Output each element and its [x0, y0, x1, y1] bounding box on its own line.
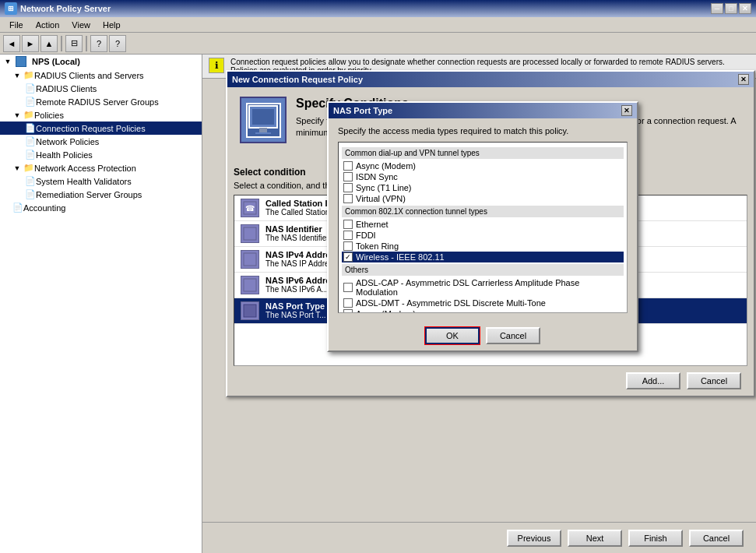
close-button[interactable]: ✕	[739, 3, 751, 14]
cb-async-modem2[interactable]: Async (Modem)	[342, 308, 624, 313]
cb-wireless-ieee-check[interactable]: ✓	[343, 252, 353, 262]
sidebar-item-network-policies[interactable]: 📄 Network Policies	[0, 135, 202, 148]
svg-rect-2	[259, 128, 267, 132]
folder-icon: 📁	[23, 110, 34, 120]
group1-label: Common dial-up and VPN tunnel types	[342, 147, 624, 159]
main-dialog-title: New Connection Request Policy	[232, 75, 363, 84]
maximize-button[interactable]: □	[725, 3, 737, 14]
cb-fddi-label: FDDI	[356, 231, 376, 240]
cb-token-ring[interactable]: Token Ring	[342, 241, 624, 252]
bottom-nav: Previous Next Finish Cancel	[202, 522, 756, 553]
content-area: ℹ Connection request policies allow you …	[202, 55, 756, 553]
folder-icon: 📄	[25, 176, 36, 186]
cb-fddi-check[interactable]	[343, 231, 353, 240]
info-icon: ℹ	[209, 58, 224, 73]
expand-icon: ▼	[12, 71, 22, 80]
cb-token-ring-check[interactable]	[343, 241, 353, 251]
main-dialog-close-button[interactable]: ✕	[738, 74, 749, 85]
sidebar-item-health-policies[interactable]: 📄 Health Policies	[0, 148, 202, 161]
cb-fddi[interactable]: FDDI	[342, 230, 624, 241]
cb-sync-t1[interactable]: Sync (T1 Line)	[342, 182, 624, 193]
condition-nas-ipv6-icon	[241, 276, 259, 294]
next-button[interactable]: Next	[568, 530, 622, 547]
main-dialog-footer: Add... Cancel	[227, 366, 754, 396]
nas-checkbox-list[interactable]: Common dial-up and VPN tunnel types Asyn…	[338, 142, 628, 313]
main-dialog-title-bar: New Connection Request Policy ✕	[227, 72, 754, 87]
svg-rect-8	[244, 279, 256, 291]
cb-adsl-cap[interactable]: ADSL-CAP - Asymmetric DSL Carrierless Am…	[342, 277, 624, 298]
cb-ethernet-check[interactable]	[343, 220, 353, 229]
expand-icon: ▼	[3, 57, 12, 66]
menu-view[interactable]: View	[65, 17, 97, 32]
cb-virtual-vpn-check[interactable]	[343, 194, 353, 203]
computer-icon	[16, 56, 26, 67]
menu-help[interactable]: Help	[97, 17, 127, 32]
toolbar-separator2	[86, 36, 87, 51]
minimize-button[interactable]: ─	[711, 3, 723, 14]
nas-port-type-dialog: NAS Port Type ✕ Specify the access media…	[327, 101, 638, 352]
cb-isdn-sync[interactable]: ISDN Sync	[342, 171, 624, 182]
cb-adsl-dmt[interactable]: ADSL-DMT - Asymmetric DSL Discrete Multi…	[342, 298, 624, 308]
cb-adsl-dmt-check[interactable]	[343, 298, 353, 308]
sidebar-item-remediation[interactable]: 📄 Remediation Server Groups	[0, 188, 202, 201]
add-button[interactable]: Add...	[626, 372, 680, 389]
condition-nas-ipv4-icon	[241, 250, 259, 269]
nas-dialog-title-bar: NAS Port Type ✕	[329, 103, 637, 118]
svg-rect-6	[244, 227, 256, 240]
cb-async-modem[interactable]: Async (Modem)	[342, 160, 624, 171]
finish-button[interactable]: Finish	[628, 530, 683, 547]
menu-action[interactable]: Action	[30, 17, 66, 32]
cb-isdn-sync-check[interactable]	[343, 172, 353, 181]
sidebar-item-policies[interactable]: ▼ 📁 Policies	[0, 108, 202, 122]
expand-icon: ▼	[12, 164, 22, 173]
cb-adsl-dmt-label: ADSL-DMT - Asymmetric DSL Discrete Multi…	[356, 298, 546, 308]
cb-adsl-cap-check[interactable]	[343, 283, 353, 292]
sidebar-item-radius-clients-servers[interactable]: ▼ 📁 RADIUS Clients and Servers	[0, 69, 202, 82]
back-button[interactable]: ◄	[3, 35, 20, 52]
cb-wireless-ieee[interactable]: ✓ Wireless - IEEE 802.11	[342, 252, 624, 262]
folder-icon: 📄	[25, 97, 36, 107]
previous-button[interactable]: Previous	[507, 530, 561, 547]
nas-dialog-close-button[interactable]: ✕	[621, 105, 632, 116]
sidebar-root-nps[interactable]: ▼ NPS (Local)	[0, 55, 202, 69]
condition-nas-id-icon	[241, 224, 259, 243]
sidebar-item-radius-clients[interactable]: 📄 RADIUS Clients	[0, 82, 202, 95]
sidebar-item-remote-radius[interactable]: 📄 Remote RADIUS Server Groups	[0, 95, 202, 108]
title-bar-controls[interactable]: ─ □ ✕	[711, 3, 751, 14]
cancel-button[interactable]: Cancel	[486, 327, 540, 344]
help2-button[interactable]: ?	[109, 35, 126, 52]
svg-rect-3	[255, 132, 271, 134]
cb-ethernet[interactable]: Ethernet	[342, 219, 624, 230]
nas-dialog-content: Specify the access media types required …	[329, 118, 637, 321]
cb-async-modem-check[interactable]	[343, 161, 353, 171]
cb-sync-t1-check[interactable]	[343, 183, 353, 192]
help-button[interactable]: ?	[90, 35, 107, 52]
sidebar-item-connection-request[interactable]: 📄 Connection Request Policies	[0, 122, 202, 135]
cb-ethernet-label: Ethernet	[356, 220, 389, 229]
nas-dialog-title: NAS Port Type	[333, 106, 392, 115]
menu-file[interactable]: File	[3, 17, 30, 32]
sidebar-item-accounting[interactable]: 📄 Accounting	[0, 201, 202, 214]
menu-bar: File Action View Help	[0, 17, 756, 33]
group2-label: Common 802.1X connection tunnel types	[342, 206, 624, 217]
app-title: Network Policy Server	[20, 4, 111, 13]
main-cancel-button[interactable]: Cancel	[687, 372, 741, 389]
action-pane-button[interactable]: ⊟	[65, 35, 83, 52]
svg-text:☎: ☎	[245, 204, 255, 213]
ok-button[interactable]: OK	[425, 327, 480, 344]
toolbar-separator	[61, 36, 62, 51]
cb-sync-t1-label: Sync (T1 Line)	[356, 183, 412, 192]
sidebar-item-nap[interactable]: ▼ 📁 Network Access Protection	[0, 161, 202, 174]
cancel-nav-button[interactable]: Cancel	[689, 530, 744, 547]
nas-dialog-footer: OK Cancel	[329, 321, 637, 350]
cb-token-ring-label: Token Ring	[356, 241, 399, 251]
cb-virtual-vpn[interactable]: Virtual (VPN)	[342, 193, 624, 204]
cb-async-modem2-check[interactable]	[343, 309, 353, 313]
forward-button[interactable]: ►	[22, 35, 39, 52]
up-button[interactable]: ▲	[40, 35, 58, 52]
cb-async-modem2-label: Async (Modem)	[356, 309, 416, 313]
dialog-logo-inner	[246, 103, 281, 138]
folder-icon: 📄	[25, 83, 36, 93]
folder-icon: 📁	[23, 70, 34, 80]
sidebar-item-shv[interactable]: 📄 System Health Validators	[0, 174, 202, 188]
